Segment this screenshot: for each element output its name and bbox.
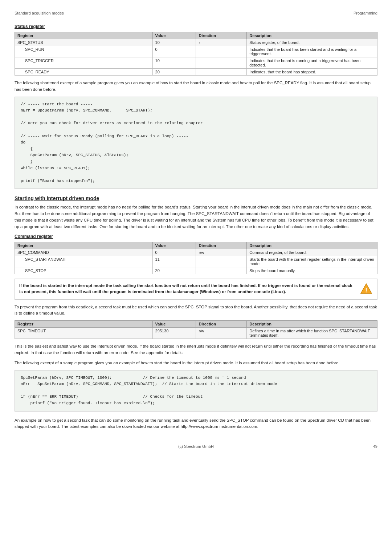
col-header-description: Description xyxy=(247,242,377,249)
cell-direction xyxy=(196,46,247,57)
cell-register: SPC_TRIGGER xyxy=(15,57,153,69)
cell-description: Starts the board with the current regist… xyxy=(247,256,377,267)
cell-register: SPC_STATUS xyxy=(15,39,153,46)
interrupt-section: Starting with interrupt driven mode In c… xyxy=(15,195,377,230)
command-register-section: Command register Register Value Directio… xyxy=(15,234,377,274)
warning-box: If the board is started in the interrupt… xyxy=(15,279,377,300)
col-header-value: Value xyxy=(152,32,196,39)
cell-value: 20 xyxy=(152,69,196,76)
col-header-value: Value xyxy=(152,321,196,328)
cell-register: SPC_READY xyxy=(15,69,153,76)
cell-direction xyxy=(196,256,247,267)
status-register-section: Status register Register Value Direction… xyxy=(15,24,377,76)
table-row: SPC_TRIGGER 10 Indicates that the board … xyxy=(15,57,377,69)
warning-label: If the board is started in the interrupt… xyxy=(19,283,352,294)
col-header-direction: Direction xyxy=(196,242,247,249)
table-row: SPC_RUN 0 Indicates that the board has b… xyxy=(15,46,377,57)
cell-register: SPC_STARTANDWAIT xyxy=(15,256,153,267)
cell-register: SPC_RUN xyxy=(15,46,153,57)
command-register-table: Register Value Direction Description SPC… xyxy=(15,242,377,274)
page-header: Standard acquisition modes Programming xyxy=(15,11,377,17)
cell-direction xyxy=(196,267,247,274)
col-header-register: Register xyxy=(15,321,153,328)
cell-register: SPC_STOP xyxy=(15,267,153,274)
col-header-register: Register xyxy=(15,242,153,249)
cell-value: 11 xyxy=(152,256,196,267)
svg-text:!: ! xyxy=(365,287,367,294)
status-register-title: Status register xyxy=(15,24,377,29)
table-row: SPC_COMMAND 0 r/w Command register, of t… xyxy=(15,249,377,256)
cell-value: 10 xyxy=(152,57,196,69)
final-paragraph: An example on how to get a second task t… xyxy=(15,417,377,430)
cell-description: Stops the board manually. xyxy=(247,267,377,274)
deadlock-paragraph: To prevent the program from this deadloc… xyxy=(15,304,377,317)
cell-direction: r/w xyxy=(196,328,247,339)
code-block-2: SpcSetParam (hDrv, SPC_TIMEOUT, 1000); /… xyxy=(15,370,377,412)
cell-register: SPC_TIMEOUT xyxy=(15,328,153,339)
table-row: SPC_READY 20 Indicates, that the board h… xyxy=(15,69,377,76)
table-row: SPC_STATUS 10 r Status register, of the … xyxy=(15,39,377,46)
cell-direction xyxy=(196,57,247,69)
footer-center: (c) Spectrum GmbH xyxy=(178,444,214,449)
intro-paragraph: The following shortened excerpt of a sam… xyxy=(15,80,377,93)
cell-description: Indicates that the board has been starte… xyxy=(247,46,377,57)
cell-description: Status register, of the board. xyxy=(247,39,377,46)
cell-value: 20 xyxy=(152,267,196,274)
cell-description: Indicates that the board is running and … xyxy=(247,57,377,69)
cell-direction: r/w xyxy=(196,249,247,256)
cell-description: Indicates, that the board has stopped. xyxy=(247,69,377,76)
cell-value: 295130 xyxy=(152,328,196,339)
code-block-1: // ----- start the board ----- nErr = Sp… xyxy=(15,97,377,189)
cell-value: 0 xyxy=(152,46,196,57)
status-register-table: Register Value Direction Description SPC… xyxy=(15,32,377,76)
cell-value: 0 xyxy=(152,249,196,256)
table-row: SPC_STOP 20 Stops the board manually. xyxy=(15,267,377,274)
interrupt-para-1: This is the easiest and safest way to us… xyxy=(15,343,377,356)
cell-value: 10 xyxy=(152,39,196,46)
cell-description: Command register, of the board. xyxy=(247,249,377,256)
interrupt-intro-para: In contrast to the classic mode, the int… xyxy=(15,204,377,230)
warning-icon: ! xyxy=(360,283,373,296)
table-row: SPC_STARTANDWAIT 11 Starts the board wit… xyxy=(15,256,377,267)
header-right: Programming xyxy=(354,11,377,15)
command-register-title: Command register xyxy=(15,234,377,239)
col-header-description: Description xyxy=(247,32,377,39)
col-header-direction: Direction xyxy=(196,32,247,39)
warning-text: If the board is started in the interrupt… xyxy=(19,283,355,295)
col-header-register: Register xyxy=(15,32,153,39)
timeout-register-table: Register Value Direction Description SPC… xyxy=(15,320,377,339)
interrupt-section-title: Starting with interrupt driven mode xyxy=(15,195,377,201)
col-header-value: Value xyxy=(152,242,196,249)
cell-description: Defines a time in ms after which the fun… xyxy=(247,328,377,339)
page-number: 49 xyxy=(373,444,377,449)
cell-direction: r xyxy=(196,39,247,46)
page-footer: (c) Spectrum GmbH 49 xyxy=(15,441,377,449)
col-header-direction: Direction xyxy=(196,321,247,328)
header-left: Standard acquisition modes xyxy=(15,11,64,15)
cell-direction xyxy=(196,69,247,76)
table-row: SPC_TIMEOUT 295130 r/w Defines a time in… xyxy=(15,328,377,339)
cell-register: SPC_COMMAND xyxy=(15,249,153,256)
interrupt-para-2: The following excerpt of a sample progra… xyxy=(15,360,377,366)
timeout-register-section: Register Value Direction Description SPC… xyxy=(15,320,377,339)
col-header-description: Description xyxy=(247,321,377,328)
